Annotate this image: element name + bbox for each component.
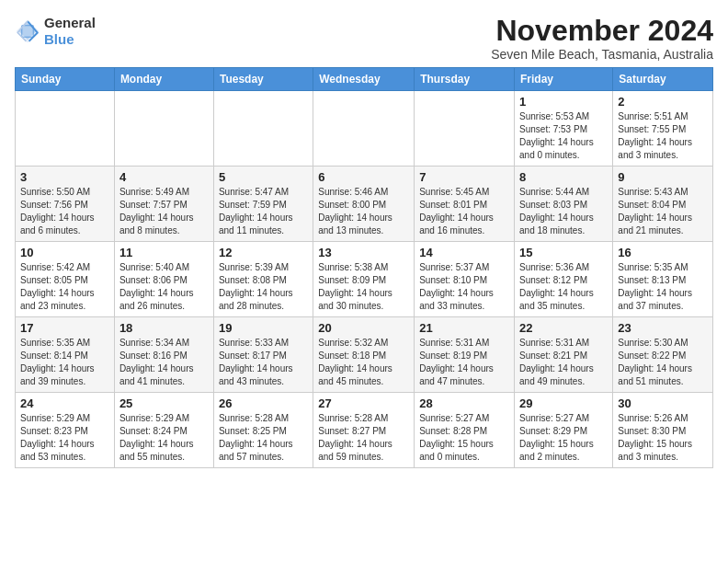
day-info: Sunrise: 5:39 AM Sunset: 8:08 PM Dayligh…	[219, 261, 308, 313]
day-number: 21	[419, 321, 509, 335]
calendar-cell: 27Sunrise: 5:28 AM Sunset: 8:27 PM Dayli…	[313, 393, 415, 468]
calendar-cell: 6Sunrise: 5:46 AM Sunset: 8:00 PM Daylig…	[313, 167, 415, 242]
calendar-cell: 13Sunrise: 5:38 AM Sunset: 8:09 PM Dayli…	[313, 242, 415, 317]
calendar-week-1: 1Sunrise: 5:53 AM Sunset: 7:53 PM Daylig…	[16, 91, 713, 167]
day-info: Sunrise: 5:40 AM Sunset: 8:06 PM Dayligh…	[119, 261, 209, 313]
header: General Blue November 2024 Seven Mile Be…	[15, 15, 713, 62]
col-sunday: Sunday	[16, 68, 115, 91]
day-number: 20	[318, 321, 409, 335]
day-number: 6	[318, 170, 409, 184]
calendar-cell: 19Sunrise: 5:33 AM Sunset: 8:17 PM Dayli…	[213, 317, 313, 393]
logo-general: General	[44, 15, 96, 30]
day-info: Sunrise: 5:47 AM Sunset: 7:59 PM Dayligh…	[219, 186, 308, 237]
day-number: 1	[519, 95, 608, 109]
calendar-cell: 23Sunrise: 5:30 AM Sunset: 8:22 PM Dayli…	[613, 317, 713, 393]
calendar-cell: 8Sunrise: 5:44 AM Sunset: 8:03 PM Daylig…	[515, 167, 613, 242]
calendar-cell: 10Sunrise: 5:42 AM Sunset: 8:05 PM Dayli…	[16, 242, 115, 317]
day-info: Sunrise: 5:42 AM Sunset: 8:05 PM Dayligh…	[20, 261, 109, 313]
day-info: Sunrise: 5:30 AM Sunset: 8:22 PM Dayligh…	[618, 337, 708, 388]
calendar-cell: 28Sunrise: 5:27 AM Sunset: 8:28 PM Dayli…	[415, 393, 515, 468]
month-title: November 2024	[491, 15, 713, 47]
day-number: 3	[20, 170, 109, 184]
calendar-cell: 24Sunrise: 5:29 AM Sunset: 8:23 PM Dayli…	[16, 393, 115, 468]
day-info: Sunrise: 5:46 AM Sunset: 8:00 PM Dayligh…	[318, 186, 409, 237]
day-number: 7	[419, 170, 509, 184]
day-info: Sunrise: 5:32 AM Sunset: 8:18 PM Dayligh…	[318, 337, 409, 388]
day-number: 5	[219, 170, 308, 184]
calendar-cell: 4Sunrise: 5:49 AM Sunset: 7:57 PM Daylig…	[114, 167, 213, 242]
calendar-cell: 2Sunrise: 5:51 AM Sunset: 7:55 PM Daylig…	[613, 91, 713, 167]
day-number: 22	[519, 321, 608, 335]
day-number: 14	[419, 246, 509, 259]
calendar-cell	[313, 91, 415, 167]
calendar-cell: 3Sunrise: 5:50 AM Sunset: 7:56 PM Daylig…	[16, 167, 115, 242]
day-info: Sunrise: 5:53 AM Sunset: 7:53 PM Dayligh…	[519, 110, 608, 162]
col-thursday: Thursday	[415, 68, 515, 91]
calendar-cell: 26Sunrise: 5:28 AM Sunset: 8:25 PM Dayli…	[213, 393, 313, 468]
calendar-cell: 25Sunrise: 5:29 AM Sunset: 8:24 PM Dayli…	[114, 393, 213, 468]
day-info: Sunrise: 5:33 AM Sunset: 8:17 PM Dayligh…	[219, 337, 308, 388]
day-info: Sunrise: 5:28 AM Sunset: 8:25 PM Dayligh…	[219, 412, 308, 464]
logo-icon	[15, 18, 40, 44]
day-info: Sunrise: 5:36 AM Sunset: 8:12 PM Dayligh…	[519, 261, 608, 313]
day-number: 27	[318, 396, 409, 410]
calendar-week-4: 17Sunrise: 5:35 AM Sunset: 8:14 PM Dayli…	[16, 317, 713, 393]
day-number: 17	[20, 321, 109, 335]
calendar-week-5: 24Sunrise: 5:29 AM Sunset: 8:23 PM Dayli…	[16, 393, 713, 468]
calendar-cell: 11Sunrise: 5:40 AM Sunset: 8:06 PM Dayli…	[114, 242, 213, 317]
subtitle: Seven Mile Beach, Tasmania, Australia	[491, 47, 713, 62]
day-info: Sunrise: 5:43 AM Sunset: 8:04 PM Dayligh…	[618, 186, 708, 237]
calendar-cell: 7Sunrise: 5:45 AM Sunset: 8:01 PM Daylig…	[415, 167, 515, 242]
calendar-cell: 1Sunrise: 5:53 AM Sunset: 7:53 PM Daylig…	[515, 91, 613, 167]
calendar-cell: 5Sunrise: 5:47 AM Sunset: 7:59 PM Daylig…	[213, 167, 313, 242]
day-number: 28	[419, 396, 509, 410]
col-monday: Monday	[114, 68, 213, 91]
title-block: November 2024 Seven Mile Beach, Tasmania…	[491, 15, 713, 62]
day-info: Sunrise: 5:45 AM Sunset: 8:01 PM Dayligh…	[419, 186, 509, 237]
day-number: 25	[119, 396, 209, 410]
col-friday: Friday	[515, 68, 613, 91]
day-number: 4	[119, 170, 209, 184]
day-info: Sunrise: 5:27 AM Sunset: 8:28 PM Dayligh…	[419, 412, 509, 464]
calendar: Sunday Monday Tuesday Wednesday Thursday…	[15, 67, 713, 468]
calendar-cell: 17Sunrise: 5:35 AM Sunset: 8:14 PM Dayli…	[16, 317, 115, 393]
calendar-header-row: Sunday Monday Tuesday Wednesday Thursday…	[16, 68, 713, 91]
day-number: 10	[20, 246, 109, 259]
calendar-cell: 15Sunrise: 5:36 AM Sunset: 8:12 PM Dayli…	[515, 242, 613, 317]
day-info: Sunrise: 5:49 AM Sunset: 7:57 PM Dayligh…	[119, 186, 209, 237]
page-container: General Blue November 2024 Seven Mile Be…	[0, 0, 728, 476]
day-number: 11	[119, 246, 209, 259]
day-info: Sunrise: 5:29 AM Sunset: 8:24 PM Dayligh…	[119, 412, 209, 464]
day-number: 13	[318, 246, 409, 259]
day-info: Sunrise: 5:51 AM Sunset: 7:55 PM Dayligh…	[618, 110, 708, 162]
calendar-cell: 9Sunrise: 5:43 AM Sunset: 8:04 PM Daylig…	[613, 167, 713, 242]
day-info: Sunrise: 5:31 AM Sunset: 8:19 PM Dayligh…	[419, 337, 509, 388]
day-info: Sunrise: 5:34 AM Sunset: 8:16 PM Dayligh…	[119, 337, 209, 388]
col-tuesday: Tuesday	[213, 68, 313, 91]
day-info: Sunrise: 5:28 AM Sunset: 8:27 PM Dayligh…	[318, 412, 409, 464]
day-number: 23	[618, 321, 708, 335]
logo-text: General Blue	[44, 15, 96, 47]
day-number: 19	[219, 321, 308, 335]
calendar-cell: 16Sunrise: 5:35 AM Sunset: 8:13 PM Dayli…	[613, 242, 713, 317]
day-info: Sunrise: 5:35 AM Sunset: 8:14 PM Dayligh…	[20, 337, 109, 388]
col-saturday: Saturday	[613, 68, 713, 91]
calendar-cell	[415, 91, 515, 167]
day-number: 30	[618, 396, 708, 410]
calendar-cell: 20Sunrise: 5:32 AM Sunset: 8:18 PM Dayli…	[313, 317, 415, 393]
day-number: 24	[20, 396, 109, 410]
day-info: Sunrise: 5:50 AM Sunset: 7:56 PM Dayligh…	[20, 186, 109, 237]
day-number: 18	[119, 321, 209, 335]
day-info: Sunrise: 5:35 AM Sunset: 8:13 PM Dayligh…	[618, 261, 708, 313]
calendar-cell	[114, 91, 213, 167]
calendar-cell: 12Sunrise: 5:39 AM Sunset: 8:08 PM Dayli…	[213, 242, 313, 317]
day-info: Sunrise: 5:31 AM Sunset: 8:21 PM Dayligh…	[519, 337, 608, 388]
calendar-cell	[16, 91, 115, 167]
calendar-cell: 14Sunrise: 5:37 AM Sunset: 8:10 PM Dayli…	[415, 242, 515, 317]
logo: General Blue	[15, 15, 96, 47]
logo-blue: Blue	[44, 31, 74, 47]
day-number: 15	[519, 246, 608, 259]
calendar-cell: 22Sunrise: 5:31 AM Sunset: 8:21 PM Dayli…	[515, 317, 613, 393]
calendar-cell: 18Sunrise: 5:34 AM Sunset: 8:16 PM Dayli…	[114, 317, 213, 393]
day-number: 8	[519, 170, 608, 184]
